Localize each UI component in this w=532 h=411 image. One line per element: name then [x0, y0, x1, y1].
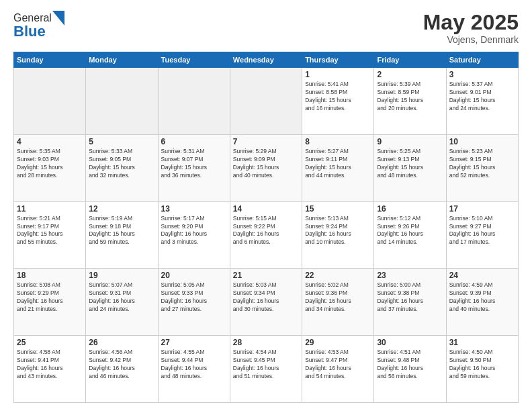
day-info: Sunrise: 5:17 AM Sunset: 9:20 PM Dayligh…	[161, 215, 227, 247]
day-info: Sunrise: 5:10 AM Sunset: 9:27 PM Dayligh…	[449, 215, 515, 247]
day-number: 24	[449, 271, 515, 280]
day-info: Sunrise: 5:02 AM Sunset: 9:36 PM Dayligh…	[305, 281, 371, 314]
calendar-day-2: 2Sunrise: 5:39 AM Sunset: 8:59 PM Daylig…	[374, 68, 446, 135]
calendar-day-10: 10Sunrise: 5:23 AM Sunset: 9:15 PM Dayli…	[446, 134, 518, 201]
calendar-day-24: 24Sunrise: 4:59 AM Sunset: 9:39 PM Dayli…	[446, 269, 518, 336]
calendar-day-16: 16Sunrise: 5:12 AM Sunset: 9:26 PM Dayli…	[374, 201, 446, 269]
day-info: Sunrise: 4:55 AM Sunset: 9:44 PM Dayligh…	[161, 349, 227, 381]
calendar-header-thursday: Thursday	[302, 52, 374, 68]
day-info: Sunrise: 5:23 AM Sunset: 9:15 PM Dayligh…	[449, 148, 515, 180]
calendar-header-sunday: Sunday	[14, 52, 86, 68]
calendar-day-4: 4Sunrise: 5:35 AM Sunset: 9:03 PM Daylig…	[14, 134, 86, 201]
day-info: Sunrise: 5:08 AM Sunset: 9:29 PM Dayligh…	[17, 281, 83, 314]
day-info: Sunrise: 4:53 AM Sunset: 9:47 PM Dayligh…	[305, 349, 371, 381]
day-number: 26	[89, 338, 154, 347]
day-number: 21	[233, 271, 299, 280]
calendar-day-11: 11Sunrise: 5:21 AM Sunset: 9:17 PM Dayli…	[14, 201, 86, 269]
calendar-day-25: 25Sunrise: 4:58 AM Sunset: 9:41 PM Dayli…	[14, 336, 86, 403]
day-info: Sunrise: 5:41 AM Sunset: 8:58 PM Dayligh…	[305, 81, 371, 113]
day-info: Sunrise: 5:07 AM Sunset: 9:31 PM Dayligh…	[89, 281, 154, 314]
calendar-day-8: 8Sunrise: 5:27 AM Sunset: 9:11 PM Daylig…	[302, 134, 374, 201]
day-number: 5	[89, 137, 154, 146]
day-number: 15	[305, 204, 371, 214]
page-title: May 2025	[423, 11, 519, 34]
calendar-day-30: 30Sunrise: 4:51 AM Sunset: 9:48 PM Dayli…	[374, 336, 446, 403]
day-info: Sunrise: 5:05 AM Sunset: 9:33 PM Dayligh…	[161, 281, 227, 314]
day-info: Sunrise: 5:19 AM Sunset: 9:18 PM Dayligh…	[89, 215, 154, 247]
calendar-day-1: 1Sunrise: 5:41 AM Sunset: 8:58 PM Daylig…	[302, 68, 374, 135]
day-number: 22	[305, 271, 371, 280]
calendar-header-tuesday: Tuesday	[158, 52, 230, 68]
calendar-day-31: 31Sunrise: 4:50 AM Sunset: 9:50 PM Dayli…	[446, 336, 518, 403]
calendar-day-17: 17Sunrise: 5:10 AM Sunset: 9:27 PM Dayli…	[446, 201, 518, 269]
logo: General Blue	[13, 11, 65, 40]
day-info: Sunrise: 5:31 AM Sunset: 9:07 PM Dayligh…	[161, 148, 227, 180]
calendar-empty-cell	[86, 68, 158, 135]
calendar-table: SundayMondayTuesdayWednesdayThursdayFrid…	[13, 52, 519, 403]
day-number: 11	[17, 204, 83, 214]
day-number: 4	[17, 137, 83, 146]
day-info: Sunrise: 4:56 AM Sunset: 9:42 PM Dayligh…	[89, 349, 154, 381]
day-number: 13	[161, 204, 227, 214]
day-info: Sunrise: 5:29 AM Sunset: 9:09 PM Dayligh…	[233, 148, 299, 180]
day-info: Sunrise: 4:51 AM Sunset: 9:48 PM Dayligh…	[377, 349, 443, 381]
day-number: 29	[305, 338, 371, 347]
calendar-day-26: 26Sunrise: 4:56 AM Sunset: 9:42 PM Dayli…	[86, 336, 158, 403]
calendar-day-29: 29Sunrise: 4:53 AM Sunset: 9:47 PM Dayli…	[302, 336, 374, 403]
day-info: Sunrise: 5:37 AM Sunset: 9:01 PM Dayligh…	[449, 81, 515, 113]
calendar-week-2: 4Sunrise: 5:35 AM Sunset: 9:03 PM Daylig…	[14, 134, 519, 201]
day-number: 23	[377, 271, 443, 280]
day-number: 10	[449, 137, 515, 146]
calendar-week-1: 1Sunrise: 5:41 AM Sunset: 8:58 PM Daylig…	[14, 68, 519, 135]
calendar-day-5: 5Sunrise: 5:33 AM Sunset: 9:05 PM Daylig…	[86, 134, 158, 201]
day-info: Sunrise: 4:54 AM Sunset: 9:45 PM Dayligh…	[233, 349, 299, 381]
calendar-day-18: 18Sunrise: 5:08 AM Sunset: 9:29 PM Dayli…	[14, 269, 86, 336]
page-location: Vojens, Denmark	[423, 34, 519, 45]
calendar-day-28: 28Sunrise: 4:54 AM Sunset: 9:45 PM Dayli…	[230, 336, 302, 403]
calendar-day-15: 15Sunrise: 5:13 AM Sunset: 9:24 PM Dayli…	[302, 201, 374, 269]
calendar-day-12: 12Sunrise: 5:19 AM Sunset: 9:18 PM Dayli…	[86, 201, 158, 269]
calendar-day-9: 9Sunrise: 5:25 AM Sunset: 9:13 PM Daylig…	[374, 134, 446, 201]
day-info: Sunrise: 4:58 AM Sunset: 9:41 PM Dayligh…	[17, 349, 83, 381]
calendar-day-23: 23Sunrise: 5:00 AM Sunset: 9:38 PM Dayli…	[374, 269, 446, 336]
day-info: Sunrise: 4:50 AM Sunset: 9:50 PM Dayligh…	[449, 349, 515, 381]
day-number: 6	[161, 137, 227, 146]
day-info: Sunrise: 5:00 AM Sunset: 9:38 PM Dayligh…	[377, 281, 443, 314]
day-info: Sunrise: 5:13 AM Sunset: 9:24 PM Dayligh…	[305, 215, 371, 247]
day-number: 17	[449, 204, 515, 214]
calendar-week-3: 11Sunrise: 5:21 AM Sunset: 9:17 PM Dayli…	[14, 201, 519, 269]
calendar-empty-cell	[158, 68, 230, 135]
calendar-day-22: 22Sunrise: 5:02 AM Sunset: 9:36 PM Dayli…	[302, 269, 374, 336]
day-number: 16	[377, 204, 443, 214]
calendar-day-27: 27Sunrise: 4:55 AM Sunset: 9:44 PM Dayli…	[158, 336, 230, 403]
calendar-header-saturday: Saturday	[446, 52, 518, 68]
calendar-empty-cell	[230, 68, 302, 135]
calendar-day-13: 13Sunrise: 5:17 AM Sunset: 9:20 PM Dayli…	[158, 201, 230, 269]
calendar-day-21: 21Sunrise: 5:03 AM Sunset: 9:34 PM Dayli…	[230, 269, 302, 336]
day-number: 7	[233, 137, 299, 146]
day-number: 2	[377, 70, 443, 79]
day-number: 30	[377, 338, 443, 347]
day-number: 12	[89, 204, 154, 214]
day-number: 9	[377, 137, 443, 146]
day-number: 1	[305, 70, 371, 79]
day-number: 18	[17, 271, 83, 280]
day-info: Sunrise: 5:25 AM Sunset: 9:13 PM Dayligh…	[377, 148, 443, 180]
day-number: 3	[449, 70, 515, 79]
day-number: 31	[449, 338, 515, 347]
day-info: Sunrise: 5:21 AM Sunset: 9:17 PM Dayligh…	[17, 215, 83, 247]
calendar-header-friday: Friday	[374, 52, 446, 68]
day-info: Sunrise: 5:27 AM Sunset: 9:11 PM Dayligh…	[305, 148, 371, 180]
page: General Blue May 2025 Vojens, Denmark Su…	[0, 0, 532, 411]
calendar-header-monday: Monday	[86, 52, 158, 68]
calendar-empty-cell	[14, 68, 86, 135]
header: General Blue May 2025 Vojens, Denmark	[13, 11, 519, 45]
logo-icon	[52, 11, 64, 26]
day-number: 8	[305, 137, 371, 146]
calendar-day-19: 19Sunrise: 5:07 AM Sunset: 9:31 PM Dayli…	[86, 269, 158, 336]
day-info: Sunrise: 5:03 AM Sunset: 9:34 PM Dayligh…	[233, 281, 299, 314]
day-info: Sunrise: 5:39 AM Sunset: 8:59 PM Dayligh…	[377, 81, 443, 113]
day-number: 14	[233, 204, 299, 214]
calendar-header-row: SundayMondayTuesdayWednesdayThursdayFrid…	[14, 52, 519, 68]
calendar-day-14: 14Sunrise: 5:15 AM Sunset: 9:22 PM Dayli…	[230, 201, 302, 269]
